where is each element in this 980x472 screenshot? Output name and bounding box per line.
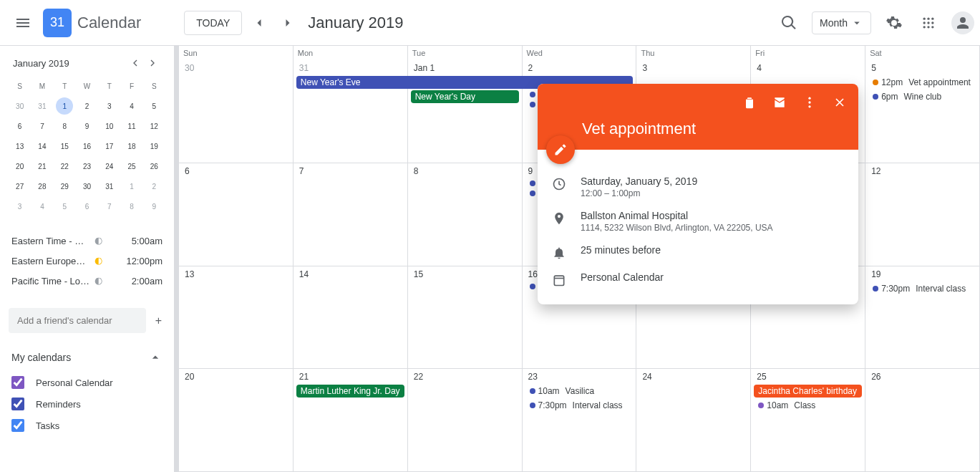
- day-cell[interactable]: 24: [636, 369, 751, 472]
- event-chip[interactable]: 7:30pmInterval class: [525, 399, 634, 412]
- calendar-item[interactable]: Personal Calendar: [9, 372, 165, 393]
- timezone-row[interactable]: Eastern Time - New York◐5:00am: [9, 231, 165, 251]
- day-cell[interactable]: 7: [293, 163, 408, 266]
- event-chip[interactable]: 10amVasilica: [525, 385, 634, 398]
- mini-day-cell[interactable]: 1: [54, 96, 76, 116]
- add-friend-input[interactable]: [9, 308, 146, 333]
- event-chip[interactable]: New Year's Day: [411, 90, 519, 103]
- edit-event-button[interactable]: [546, 135, 575, 164]
- mini-day-cell[interactable]: 11: [120, 116, 142, 136]
- mini-prev-button[interactable]: [127, 54, 144, 72]
- mini-day-cell[interactable]: 9: [76, 116, 98, 136]
- event-options-button[interactable]: [797, 90, 823, 115]
- mini-calendar-grid[interactable]: SMTWTFS303112345678910111213141516171819…: [9, 76, 165, 216]
- mini-day-cell[interactable]: 15: [54, 136, 76, 156]
- mini-day-cell[interactable]: 18: [120, 136, 142, 156]
- mini-day-cell[interactable]: 2: [76, 96, 98, 116]
- event-chip[interactable]: Martin Luther King Jr. Day: [296, 385, 404, 398]
- mini-day-cell[interactable]: 29: [54, 176, 76, 196]
- day-cell[interactable]: 512pmVet appointment6pmWine club: [865, 60, 980, 163]
- mini-day-cell[interactable]: 23: [76, 156, 98, 176]
- mini-day-cell[interactable]: 25: [120, 156, 142, 176]
- email-event-button[interactable]: [767, 90, 792, 115]
- mini-day-cell[interactable]: 2: [143, 176, 165, 196]
- mini-day-cell[interactable]: 19: [143, 136, 165, 156]
- mini-day-cell[interactable]: 24: [98, 156, 120, 176]
- day-cell[interactable]: 22: [408, 369, 523, 472]
- event-chip[interactable]: 6pmWine club: [868, 90, 976, 103]
- mini-day-cell[interactable]: 27: [9, 176, 31, 196]
- mini-day-cell[interactable]: 31: [31, 96, 53, 116]
- mini-day-cell[interactable]: 1: [120, 176, 142, 196]
- day-cell[interactable]: 30: [179, 60, 293, 163]
- calendar-checkbox[interactable]: [11, 376, 24, 389]
- mini-day-cell[interactable]: 12: [143, 116, 165, 136]
- event-chip[interactable]: New Year's Eve: [296, 76, 408, 89]
- timezone-row[interactable]: Pacific Time - Los Angeles◐2:00am: [9, 271, 165, 291]
- day-cell[interactable]: 6: [179, 163, 293, 266]
- mini-day-cell[interactable]: 31: [98, 176, 120, 196]
- mini-day-cell[interactable]: 16: [76, 136, 98, 156]
- calendar-checkbox[interactable]: [11, 398, 24, 410]
- mini-day-cell[interactable]: 21: [31, 156, 53, 176]
- mini-day-cell[interactable]: 26: [143, 156, 165, 176]
- mini-day-cell[interactable]: 20: [9, 156, 31, 176]
- next-period-button[interactable]: [276, 11, 299, 34]
- my-calendars-toggle[interactable]: My calendars: [9, 347, 165, 367]
- day-cell[interactable]: 15: [408, 266, 523, 370]
- event-chip[interactable]: 10amClass: [754, 399, 862, 412]
- day-cell[interactable]: 21Martin Luther King Jr. Day: [293, 369, 408, 472]
- add-friend-button[interactable]: +: [152, 311, 165, 331]
- mini-day-cell[interactable]: 10: [98, 116, 120, 136]
- mini-day-cell[interactable]: 28: [31, 176, 53, 196]
- day-cell[interactable]: 20: [179, 369, 293, 472]
- day-cell[interactable]: 197:30pmInterval class: [865, 266, 980, 370]
- mini-day-cell[interactable]: 14: [31, 136, 53, 156]
- prev-period-button[interactable]: [248, 11, 271, 34]
- mini-day-cell[interactable]: 8: [120, 196, 142, 216]
- day-cell[interactable]: 14: [293, 266, 408, 370]
- day-cell[interactable]: 26: [865, 369, 980, 472]
- calendar-logo[interactable]: 31 Calendar: [43, 9, 141, 37]
- calendar-item[interactable]: Tasks: [9, 415, 165, 436]
- mini-day-cell[interactable]: 9: [143, 196, 165, 216]
- delete-event-button[interactable]: [737, 90, 762, 115]
- mini-day-cell[interactable]: 5: [54, 196, 76, 216]
- timezone-row[interactable]: Eastern European Time◐12:00pm: [9, 251, 165, 271]
- mini-day-cell[interactable]: 7: [31, 116, 53, 136]
- settings-button[interactable]: [880, 9, 908, 37]
- event-chip[interactable]: Jacintha Charles' birthday: [754, 385, 862, 398]
- mini-day-cell[interactable]: 4: [31, 196, 53, 216]
- today-button[interactable]: TODAY: [184, 11, 242, 35]
- event-chip[interactable]: .: [407, 76, 523, 89]
- mini-day-cell[interactable]: 17: [98, 136, 120, 156]
- mini-day-cell[interactable]: 3: [9, 196, 31, 216]
- mini-day-cell[interactable]: 7: [98, 196, 120, 216]
- mini-day-cell[interactable]: 30: [9, 96, 31, 116]
- day-cell[interactable]: 2310amVasilica7:30pmInterval class: [523, 369, 637, 472]
- close-popup-button[interactable]: [827, 90, 853, 115]
- mini-day-cell[interactable]: 30: [76, 176, 98, 196]
- mini-day-cell[interactable]: 6: [76, 196, 98, 216]
- event-chip[interactable]: 12pmVet appointment: [868, 76, 976, 89]
- view-selector[interactable]: Month: [812, 11, 871, 34]
- day-cell[interactable]: Jan 1.New Year's Day: [408, 60, 523, 163]
- mini-day-cell[interactable]: 3: [98, 96, 120, 116]
- mini-day-cell[interactable]: 6: [9, 116, 31, 136]
- mini-next-button[interactable]: [144, 54, 161, 72]
- mini-day-cell[interactable]: 5: [143, 96, 165, 116]
- day-cell[interactable]: 8: [408, 163, 523, 266]
- apps-button[interactable]: [914, 9, 943, 37]
- main-menu-button[interactable]: [6, 6, 40, 40]
- day-cell[interactable]: 31New Year's Eve: [293, 60, 408, 163]
- day-cell[interactable]: 25Jacintha Charles' birthday10amClass: [751, 369, 865, 472]
- account-avatar[interactable]: [951, 11, 974, 34]
- mini-day-cell[interactable]: 8: [54, 116, 76, 136]
- mini-day-cell[interactable]: 22: [54, 156, 76, 176]
- day-cell[interactable]: 12: [865, 163, 980, 266]
- calendar-item[interactable]: Reminders: [9, 393, 165, 415]
- day-cell[interactable]: 13: [179, 266, 293, 370]
- mini-day-cell[interactable]: 13: [9, 136, 31, 156]
- calendar-checkbox[interactable]: [11, 419, 24, 432]
- search-button[interactable]: [775, 9, 803, 37]
